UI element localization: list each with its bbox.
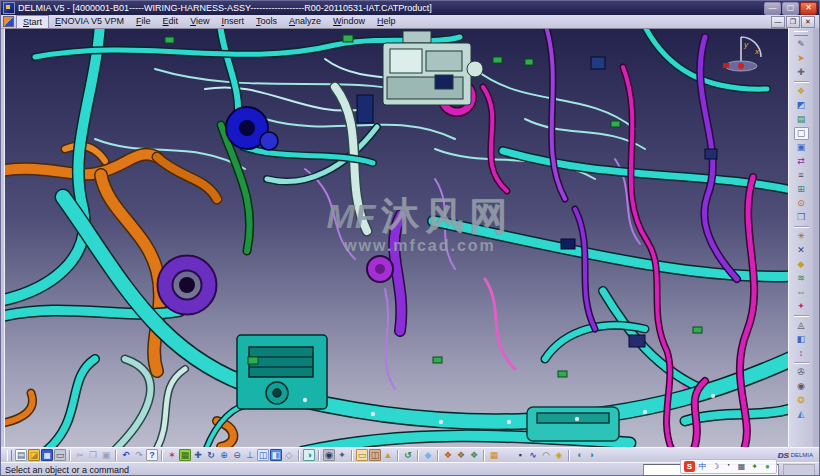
new-part-icon[interactable]: ▢ (794, 127, 809, 140)
print-icon[interactable]: ▭ (54, 449, 66, 461)
document-icon[interactable] (3, 16, 14, 27)
menu-start[interactable]: Start (16, 15, 49, 29)
menu-insert[interactable]: Insert (215, 15, 250, 27)
paste-icon[interactable]: ▣ (100, 449, 112, 461)
knowledge-formula-icon[interactable]: ❖ (442, 449, 454, 461)
toolbox-icon[interactable]: ✦ (749, 461, 760, 472)
work-grid-icon[interactable]: ▦ (488, 449, 500, 461)
delmia-brand-logo: DS DELMIA (778, 451, 815, 460)
menu-bar: StartENOVIA V5 VPMFileEditViewInsertTool… (1, 15, 819, 29)
menu-enovia-v5-vpm[interactable]: ENOVIA V5 VPM (49, 15, 130, 27)
toolbar-grip[interactable] (7, 450, 12, 461)
exploded-view-icon[interactable]: ✳ (794, 230, 809, 243)
halfwidth-moon-icon[interactable]: ☽ (710, 461, 721, 472)
clash-check-icon[interactable]: ≋ (794, 272, 809, 285)
product-node-icon[interactable]: ◩ (794, 99, 809, 112)
graphic-properties-icon[interactable]: ✎ (794, 38, 809, 51)
viewport-3d[interactable]: y x MF 沐风网 www.mfcad.com (4, 28, 790, 448)
select-arrow-icon[interactable]: ➤ (794, 52, 809, 65)
mdi-restore-button[interactable]: ❐ (786, 16, 800, 28)
menu-analyze[interactable]: Analyze (283, 15, 327, 27)
view-mode-a-icon[interactable]: ◖ (573, 449, 585, 461)
iso-view-cube-icon[interactable]: ◧ (270, 449, 282, 461)
open-folder-icon[interactable]: ◪ (28, 449, 40, 461)
menu-file[interactable]: File (130, 15, 157, 27)
menu-view[interactable]: View (184, 15, 215, 27)
knowledge-rule-icon[interactable]: ❖ (455, 449, 467, 461)
zoom-out-icon[interactable]: ⊖ (231, 449, 243, 461)
menu-help[interactable]: Help (371, 15, 402, 27)
menu-window[interactable]: Window (327, 15, 371, 27)
distance-band-icon[interactable]: ↕ (794, 347, 809, 360)
close-button[interactable]: ✕ (800, 2, 817, 15)
smart-pick-icon[interactable]: ❖ (794, 85, 809, 98)
replace-component-icon[interactable]: ⇄ (794, 155, 809, 168)
tools-wrench-icon[interactable]: ✇ (794, 366, 809, 379)
fly-mode-icon[interactable]: ✶ (166, 449, 178, 461)
save-icon[interactable]: ◼ (41, 449, 53, 461)
render-tools-icon[interactable]: ✦ (336, 449, 348, 461)
delmia-app-icon[interactable] (3, 2, 15, 14)
skin-status-icon[interactable]: ● (762, 461, 773, 472)
plane-icon[interactable]: ◈ (553, 449, 565, 461)
measure-between-icon[interactable]: ⇔ (794, 286, 809, 299)
graph-tree-icon[interactable]: ≡ (794, 169, 809, 182)
section-diamond-icon[interactable]: ◆ (422, 449, 434, 461)
window-controls: — ▢ ✕ (764, 2, 817, 15)
overflow-dot-icon[interactable]: ▪ (514, 449, 526, 461)
wiring-harness-render (5, 29, 790, 448)
camera-view-icon[interactable]: ◉ (794, 380, 809, 393)
view-compass[interactable]: y x (718, 31, 764, 83)
mdi-minimize-button[interactable]: — (771, 16, 785, 28)
fit-all-in-icon[interactable]: ▦ (179, 449, 191, 461)
minimize-button[interactable]: — (764, 2, 781, 15)
menu-tools[interactable]: Tools (250, 15, 283, 27)
measure-ruler-icon[interactable]: ▭ (356, 449, 368, 461)
knowledge-check-icon[interactable]: ❖ (468, 449, 480, 461)
sogou-logo-icon[interactable]: S (684, 461, 695, 472)
multi-view-icon[interactable]: ◫ (257, 449, 269, 461)
constraints-icon[interactable]: ⊞ (794, 183, 809, 196)
mdi-close-button[interactable]: ✕ (801, 16, 815, 28)
assemble-icon[interactable]: ❒ (794, 211, 809, 224)
component-icon[interactable]: ▤ (794, 113, 809, 126)
maximize-button[interactable]: ▢ (782, 2, 799, 15)
rotate-view-icon[interactable]: ↻ (205, 449, 217, 461)
menu-edit[interactable]: Edit (157, 15, 185, 27)
soft-keyboard-icon[interactable]: ▦ (736, 461, 747, 472)
light-source-icon[interactable]: ❂ (794, 394, 809, 407)
camera-snapshot-icon[interactable]: ◉ (323, 449, 335, 461)
update-icon[interactable]: ↺ (402, 449, 414, 461)
annotation-icon[interactable]: ✦ (794, 300, 809, 313)
fix-anchor-icon[interactable]: ⊙ (794, 197, 809, 210)
new-file-icon[interactable]: ▤ (15, 449, 27, 461)
apply-material-icon[interactable]: ◭ (794, 408, 809, 421)
manipulate-icon[interactable]: ◆ (794, 258, 809, 271)
undo-icon[interactable]: ↶ (120, 449, 132, 461)
shading-mode-icon[interactable]: ◑ (303, 449, 315, 461)
right-toolbar: ✎➤✚❖◩▤▢▣⇄≡⊞⊙❒✳✕◆≋⇔✦◬◧↕✇◉❂◭ (788, 28, 813, 447)
whats-this-icon[interactable]: ? (146, 449, 158, 461)
sectioning-icon[interactable]: ◧ (794, 333, 809, 346)
spline-icon[interactable]: ∿ (527, 449, 539, 461)
zoom-in-icon[interactable]: ⊕ (218, 449, 230, 461)
copy-icon[interactable]: ❐ (87, 449, 99, 461)
arc-icon[interactable]: ◠ (540, 449, 552, 461)
redo-icon[interactable]: ↷ (133, 449, 145, 461)
lang-mode-icon[interactable]: 中 (697, 461, 708, 472)
measure-item-icon[interactable]: ◫ (369, 449, 381, 461)
right-frame (813, 28, 819, 447)
cut-icon[interactable]: ✂ (74, 449, 86, 461)
normal-view-icon[interactable]: ⊥ (244, 449, 256, 461)
pan-icon[interactable]: ✚ (192, 449, 204, 461)
view-mode-b-icon[interactable]: ◗ (586, 449, 598, 461)
wireframe-cube-icon[interactable]: ◇ (283, 449, 295, 461)
toolbar-grip[interactable] (794, 31, 808, 36)
existing-component-icon[interactable]: ▣ (794, 141, 809, 154)
snap-icon[interactable]: ✕ (794, 244, 809, 257)
sogou-ime-bar: S中☽’▦✦● (680, 459, 777, 474)
punctuation-icon[interactable]: ’ (723, 461, 734, 472)
mass-properties-icon[interactable]: ▲ (382, 449, 394, 461)
compass-tool-icon[interactable]: ✚ (794, 66, 809, 79)
weld-feature-icon[interactable]: ◬ (794, 319, 809, 332)
